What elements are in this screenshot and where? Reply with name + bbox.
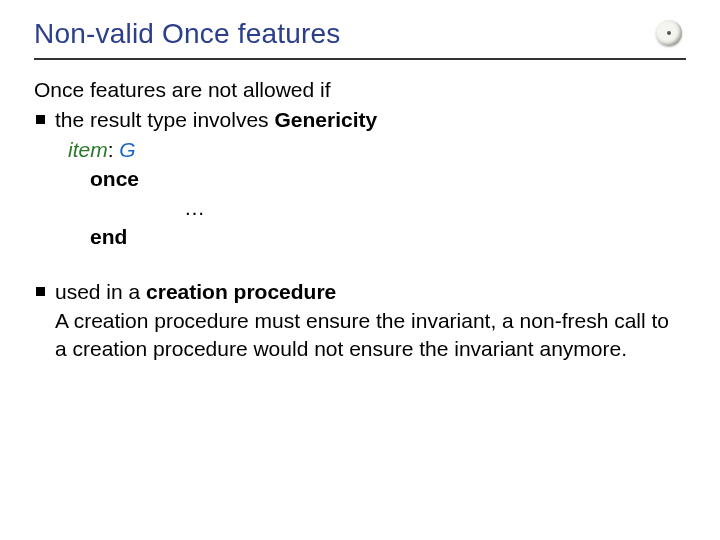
bullet-marker-icon (36, 287, 45, 296)
bullet-marker-icon (36, 115, 45, 124)
intro-text: Once features are not allowed if (34, 78, 686, 102)
bullet-para: A creation procedure must ensure the inv… (55, 307, 686, 362)
bullet-body: used in a creation procedure A creation … (55, 278, 686, 362)
code-ident: item (68, 138, 108, 161)
bullet-pre: used in a (55, 280, 146, 303)
code-keyword-once: once (90, 165, 686, 194)
code-type: G (119, 138, 135, 161)
bullet-genericity: the result type involves Genericity (36, 106, 686, 134)
bullet-pre: the result type involves (55, 108, 274, 131)
bullet-text: the result type involves Genericity (55, 106, 377, 134)
bullet-bold: creation procedure (146, 280, 336, 303)
code-block: item: G once … end (68, 136, 686, 252)
logo-icon (656, 20, 682, 46)
header: Non-valid Once features (34, 18, 686, 60)
bullet-creation: used in a creation procedure A creation … (36, 278, 686, 362)
code-ellipsis: … (184, 194, 686, 223)
code-colon: : (108, 138, 120, 161)
slide-title: Non-valid Once features (34, 18, 341, 50)
bullet-head: used in a creation procedure (55, 278, 686, 306)
code-line-decl: item: G (68, 136, 686, 165)
slide: Non-valid Once features Once features ar… (0, 0, 720, 540)
spacer (34, 252, 686, 278)
bullet-bold: Genericity (274, 108, 377, 131)
code-keyword-end: end (90, 223, 686, 252)
